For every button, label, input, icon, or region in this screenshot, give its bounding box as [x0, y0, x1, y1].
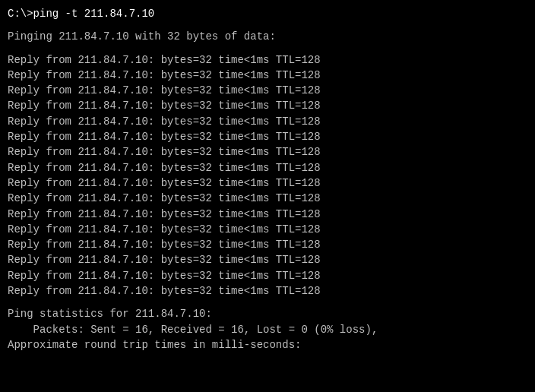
reply-line: Reply from 211.84.7.10: bytes=32 time<1m…	[8, 98, 527, 113]
reply-line: Reply from 211.84.7.10: bytes=32 time<1m…	[8, 114, 527, 129]
reply-line: Reply from 211.84.7.10: bytes=32 time<1m…	[8, 52, 527, 68]
reply-line: Reply from 211.84.7.10: bytes=32 time<1m…	[8, 144, 527, 160]
reply-line: Reply from 211.84.7.10: bytes=32 time<1m…	[8, 191, 527, 206]
reply-lines: Reply from 211.84.7.10: bytes=32 time<1m…	[8, 52, 527, 299]
stats-header: Ping statistics for 211.84.7.10:	[8, 306, 527, 321]
terminal-window: C:\>ping -t 211.84.7.10 Pinging 211.84.7…	[8, 6, 527, 352]
reply-line: Reply from 211.84.7.10: bytes=32 time<1m…	[8, 129, 527, 144]
reply-line: Reply from 211.84.7.10: bytes=32 time<1m…	[8, 283, 527, 299]
reply-line: Reply from 211.84.7.10: bytes=32 time<1m…	[8, 83, 527, 98]
reply-line: Reply from 211.84.7.10: bytes=32 time<1m…	[8, 252, 527, 267]
pinging-line: Pinging 211.84.7.10 with 32 bytes of dat…	[8, 29, 527, 44]
reply-line: Reply from 211.84.7.10: bytes=32 time<1m…	[8, 237, 527, 252]
reply-line: Reply from 211.84.7.10: bytes=32 time<1m…	[8, 160, 527, 175]
reply-line: Reply from 211.84.7.10: bytes=32 time<1m…	[8, 68, 527, 83]
reply-line: Reply from 211.84.7.10: bytes=32 time<1m…	[8, 175, 527, 191]
packets-line: Packets: Sent = 16, Received = 16, Lost …	[8, 322, 527, 337]
reply-line: Reply from 211.84.7.10: bytes=32 time<1m…	[8, 268, 527, 283]
command-line: C:\>ping -t 211.84.7.10	[8, 6, 527, 21]
approx-line: Approximate round trip times in milli-se…	[8, 337, 527, 352]
reply-line: Reply from 211.84.7.10: bytes=32 time<1m…	[8, 207, 527, 222]
reply-line: Reply from 211.84.7.10: bytes=32 time<1m…	[8, 222, 527, 237]
